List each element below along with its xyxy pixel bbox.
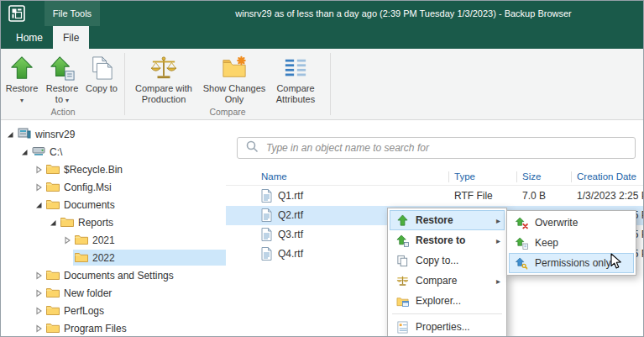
expander-expanded-icon[interactable] bbox=[47, 219, 59, 227]
expander-collapsed-icon[interactable] bbox=[33, 289, 45, 298]
tree-item-label: Documents bbox=[64, 199, 115, 211]
menu-item-label: Compare bbox=[416, 275, 493, 287]
tree-item-body[interactable]: PerfLogs bbox=[45, 303, 226, 319]
tree-item-c[interactable]: C:\ bbox=[1, 143, 226, 161]
copy-menu-icon bbox=[394, 255, 411, 267]
rtf-file-icon bbox=[261, 247, 272, 263]
expander-collapsed-icon[interactable] bbox=[33, 166, 45, 174]
tree-item-documents-and-settings[interactable]: Documents and Settings bbox=[1, 266, 226, 284]
tree-item-label: Config.Msi bbox=[64, 182, 112, 193]
restore-to-button[interactable]: Restore to ▾ bbox=[41, 51, 83, 105]
column-header-type[interactable]: Type bbox=[454, 171, 475, 182]
rtf-file-icon bbox=[261, 189, 272, 205]
tree-item-body[interactable]: New folder bbox=[45, 285, 226, 301]
submenu-item-keep[interactable]: Keep bbox=[509, 233, 634, 253]
tab-file[interactable]: File bbox=[53, 26, 89, 49]
tree-item-label: 2021 bbox=[92, 234, 115, 246]
tree-item-body[interactable]: Documents and Settings bbox=[45, 267, 226, 283]
menu-item-label: Properties... bbox=[416, 321, 500, 333]
file-tools-contextual-tab[interactable]: File Tools bbox=[45, 1, 100, 26]
tree-item-2022[interactable]: 2022 bbox=[1, 249, 226, 266]
submenu-arrow-icon: ▸ bbox=[496, 216, 500, 225]
search-box[interactable] bbox=[237, 137, 636, 159]
compare-attributes-button[interactable]: Compare Attributes bbox=[268, 51, 323, 105]
expander-expanded-icon[interactable] bbox=[18, 148, 30, 156]
properties-menu-icon bbox=[394, 321, 411, 334]
submenu-item-overwrite[interactable]: Overwrite bbox=[509, 213, 634, 233]
tree-item-body[interactable]: Documents bbox=[45, 197, 226, 213]
expander-expanded-icon[interactable] bbox=[4, 130, 16, 139]
drive-icon bbox=[32, 145, 45, 159]
expander-collapsed-icon[interactable] bbox=[61, 236, 73, 245]
window-title: winsrv29 as of less than a day ago (2:39… bbox=[169, 1, 638, 26]
ribbon-group-label-action: Action bbox=[3, 107, 123, 117]
dropdown-caret-icon: ▾ bbox=[20, 97, 24, 104]
tree-item-label: Reports bbox=[78, 217, 113, 229]
file-name-cell: Q2.rtf bbox=[278, 209, 303, 221]
tree-item-body[interactable]: 2021 bbox=[73, 232, 226, 248]
search-input[interactable] bbox=[266, 142, 627, 154]
context-menu-item-copy-to[interactable]: Copy to... bbox=[390, 250, 505, 271]
tree-item-body[interactable]: 2022 bbox=[73, 250, 226, 266]
title-bar: File Tools winsrv29 as of less than a da… bbox=[1, 1, 644, 26]
folder-icon bbox=[46, 181, 60, 194]
context-menu-item-explorer[interactable]: Explorer... bbox=[390, 291, 505, 311]
tree-item-body[interactable]: $Recycle.Bin bbox=[45, 161, 226, 177]
rtf-file-icon bbox=[261, 228, 272, 244]
column-header-name[interactable]: Name bbox=[261, 171, 287, 182]
restore-button[interactable]: Restore▾ bbox=[3, 51, 41, 105]
copy-to-button[interactable]: Copy to bbox=[83, 51, 120, 94]
show-changes-only-button[interactable]: Show Changes Only bbox=[201, 51, 268, 105]
context-menu-item-restore-to[interactable]: Restore to▸ bbox=[390, 230, 505, 250]
expander-collapsed-icon[interactable] bbox=[33, 183, 45, 192]
expander-collapsed-icon[interactable] bbox=[33, 307, 45, 315]
tree-item-documents[interactable]: Documents bbox=[1, 196, 226, 213]
folder-tree: winsrv29C:\$Recycle.BinConfig.MsiDocumen… bbox=[1, 120, 226, 337]
tree-item-body[interactable]: Config.Msi bbox=[45, 179, 226, 195]
file-creation-date-cell: 1/3/2023 2:25 PM bbox=[577, 190, 644, 202]
rtf-file-icon bbox=[261, 208, 272, 224]
submenu-arrow-icon: ▸ bbox=[496, 236, 500, 245]
backup-browser-window: File Tools winsrv29 as of less than a da… bbox=[0, 0, 644, 337]
tree-item-reports[interactable]: Reports bbox=[1, 213, 226, 231]
compare-menu-icon bbox=[394, 275, 411, 287]
mouse-cursor-icon bbox=[610, 253, 622, 273]
tree-item-body[interactable]: C:\ bbox=[30, 144, 226, 160]
column-header-size[interactable]: Size bbox=[522, 171, 541, 182]
menu-item-label: Overwrite bbox=[535, 217, 630, 229]
menu-item-label: Explorer... bbox=[416, 295, 500, 307]
overwrite-icon bbox=[513, 217, 530, 229]
restore-button-label: Restore bbox=[6, 83, 39, 93]
tree-item-2021[interactable]: 2021 bbox=[1, 231, 226, 249]
tree-item-label: PerfLogs bbox=[64, 305, 104, 317]
context-menu-item-compare[interactable]: Compare▸ bbox=[390, 271, 505, 291]
permissions-only-icon bbox=[513, 257, 530, 270]
compare-with-production-button[interactable]: Compare with Production bbox=[127, 51, 201, 105]
tree-item-label: New folder bbox=[64, 287, 112, 299]
expander-collapsed-icon[interactable] bbox=[33, 324, 45, 333]
tree-item-body[interactable]: Reports bbox=[59, 214, 226, 230]
context-menu-item-properties[interactable]: Properties... bbox=[390, 317, 505, 337]
tree-item-label: Program Files bbox=[64, 323, 127, 334]
file-row-q1-rtf[interactable]: Q1.rtfRTF File7.0 B1/3/2023 2:25 PM bbox=[226, 187, 644, 206]
restore-to-button-label: Restore to bbox=[46, 83, 79, 104]
column-header-creation-date[interactable]: Creation Date bbox=[577, 171, 636, 182]
tree-item-perflogs[interactable]: PerfLogs bbox=[1, 302, 226, 319]
tree-item-winsrv29[interactable]: winsrv29 bbox=[1, 125, 226, 143]
tree-item-config-msi[interactable]: Config.Msi bbox=[1, 178, 226, 196]
tree-item-recycle-bin[interactable]: $Recycle.Bin bbox=[1, 161, 226, 178]
tree-item-new-folder[interactable]: New folder bbox=[1, 284, 226, 302]
server-icon bbox=[18, 127, 31, 141]
folder-icon bbox=[46, 269, 60, 282]
tree-item-program-files[interactable]: Program Files bbox=[1, 319, 226, 337]
ribbon-group-label-compare: Compare bbox=[127, 107, 328, 117]
expander-expanded-icon[interactable] bbox=[33, 201, 45, 209]
compare-with-production-label: Compare with Production bbox=[135, 83, 192, 104]
ribbon-tab-row: Home File bbox=[1, 26, 644, 49]
context-menu-item-restore[interactable]: Restore▸ bbox=[390, 210, 505, 230]
tree-item-body[interactable]: Program Files bbox=[45, 320, 226, 336]
expander-collapsed-icon[interactable] bbox=[33, 271, 45, 280]
tab-home[interactable]: Home bbox=[6, 26, 53, 49]
show-changes-icon bbox=[222, 54, 247, 82]
tree-item-body[interactable]: winsrv29 bbox=[16, 126, 226, 142]
